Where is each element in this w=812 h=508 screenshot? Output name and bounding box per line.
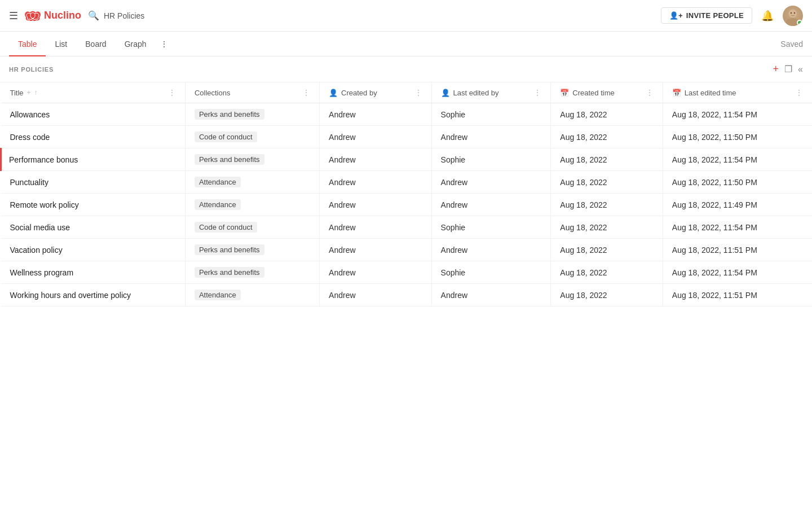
tab-list[interactable]: List bbox=[46, 32, 76, 56]
created-by-cell: Andrew bbox=[320, 171, 432, 194]
col-created-time-label: Created time bbox=[572, 89, 614, 97]
last-edited-by-cell: Andrew bbox=[431, 171, 551, 194]
last-edited-time-cell: Aug 18, 2022, 11:54 PM bbox=[663, 103, 812, 126]
main-table: Title + ↑ ⋮ Collections ⋮ 👤 Created bbox=[0, 82, 812, 306]
collection-tag[interactable]: Attendance bbox=[195, 290, 241, 300]
notifications-icon[interactable]: 🔔 bbox=[761, 10, 774, 22]
collection-tag[interactable]: Attendance bbox=[195, 177, 241, 187]
created-by-cell: Andrew bbox=[320, 239, 432, 261]
table-row[interactable]: PunctualityAttendanceAndrewAndrewAug 18,… bbox=[1, 171, 813, 194]
table-row[interactable]: Wellness programPerks and benefitsAndrew… bbox=[1, 261, 813, 284]
last-edited-by-col-menu-icon[interactable]: ⋮ bbox=[533, 88, 541, 97]
sort-title-icon[interactable]: ↑ bbox=[34, 89, 38, 97]
last-edited-by-cell: Sophie bbox=[431, 261, 551, 284]
table-row[interactable]: AllowancesPerks and benefitsAndrewSophie… bbox=[1, 103, 813, 126]
collection-cell: Attendance bbox=[185, 194, 319, 216]
created-time-cell: Aug 18, 2022 bbox=[551, 103, 663, 126]
collections-col-menu-icon[interactable]: ⋮ bbox=[302, 88, 310, 97]
collection-tag[interactable]: Attendance bbox=[195, 199, 241, 210]
menu-icon[interactable]: ☰ bbox=[9, 10, 18, 22]
table-header: Title + ↑ ⋮ Collections ⋮ 👤 Created bbox=[1, 82, 813, 103]
last-edited-time-cell: Aug 18, 2022, 11:51 PM bbox=[663, 284, 812, 306]
collection-cell: Code of conduct bbox=[185, 126, 319, 148]
page-title: HR Policies bbox=[104, 11, 144, 20]
title-cell: Social media use bbox=[1, 216, 186, 239]
tab-table[interactable]: Table bbox=[9, 32, 46, 56]
app-name: Nuclino bbox=[44, 10, 81, 21]
title-cell: Performance bonus bbox=[1, 148, 186, 171]
created-by-col-menu-icon[interactable]: ⋮ bbox=[414, 88, 422, 97]
navbar-right: 👤+ INVITE PEOPLE 🔔 bbox=[661, 6, 803, 26]
collapse-button[interactable]: « bbox=[798, 64, 803, 75]
table-container: Title + ↑ ⋮ Collections ⋮ 👤 Created bbox=[0, 82, 812, 306]
collection-cell: Perks and benefits bbox=[185, 103, 319, 126]
collection-tag[interactable]: Perks and benefits bbox=[195, 109, 264, 120]
collection-tag[interactable]: Perks and benefits bbox=[195, 267, 264, 278]
last-edited-time-cell: Aug 18, 2022, 11:54 PM bbox=[663, 216, 812, 239]
avatar[interactable] bbox=[783, 6, 803, 26]
collection-tag[interactable]: Perks and benefits bbox=[195, 154, 264, 165]
col-collections: Collections ⋮ bbox=[185, 82, 319, 103]
calendar-icon-created-time: 📅 bbox=[560, 89, 569, 97]
table-row[interactable]: Remote work policyAttendanceAndrewAndrew… bbox=[1, 194, 813, 216]
invite-person-icon: 👤+ bbox=[669, 11, 683, 20]
table-body: AllowancesPerks and benefitsAndrewSophie… bbox=[1, 103, 813, 306]
collection-cell: Attendance bbox=[185, 171, 319, 194]
tab-graph[interactable]: Graph bbox=[116, 32, 156, 56]
title-cell: Working hours and overtime policy bbox=[1, 284, 186, 306]
last-edited-time-cell: Aug 18, 2022, 11:54 PM bbox=[663, 261, 812, 284]
invite-people-button[interactable]: 👤+ INVITE PEOPLE bbox=[661, 7, 752, 24]
navbar: ☰ Nuclino 🔍 HR Policies 👤+ INVITE PEOPLE… bbox=[0, 0, 812, 32]
created-time-cell: Aug 18, 2022 bbox=[551, 194, 663, 216]
title-cell: Punctuality bbox=[1, 171, 186, 194]
add-row-button[interactable]: + bbox=[773, 63, 779, 75]
collection-cell: Perks and benefits bbox=[185, 148, 319, 171]
calendar-icon-last-edited-time: 📅 bbox=[672, 89, 681, 97]
last-edited-time-cell: Aug 18, 2022, 11:51 PM bbox=[663, 239, 812, 261]
last-edited-by-cell: Sophie bbox=[431, 216, 551, 239]
created-time-cell: Aug 18, 2022 bbox=[551, 148, 663, 171]
collection-tag[interactable]: Code of conduct bbox=[195, 132, 257, 142]
last-edited-time-cell: Aug 18, 2022, 11:50 PM bbox=[663, 171, 812, 194]
table-row[interactable]: Dress codeCode of conductAndrewAndrewAug… bbox=[1, 126, 813, 148]
invite-label: INVITE PEOPLE bbox=[686, 11, 744, 20]
created-by-cell: Andrew bbox=[320, 148, 432, 171]
collection-cell: Attendance bbox=[185, 284, 319, 306]
last-edited-time-cell: Aug 18, 2022, 11:54 PM bbox=[663, 148, 812, 171]
more-tabs-button[interactable]: ⋮ bbox=[156, 40, 173, 49]
table-row[interactable]: Vacation policyPerks and benefitsAndrewA… bbox=[1, 239, 813, 261]
minimize-button[interactable]: ❐ bbox=[784, 64, 792, 75]
created-time-cell: Aug 18, 2022 bbox=[551, 171, 663, 194]
tab-board[interactable]: Board bbox=[76, 32, 115, 56]
created-by-cell: Andrew bbox=[320, 103, 432, 126]
created-time-col-menu-icon[interactable]: ⋮ bbox=[646, 88, 654, 97]
saved-status: Saved bbox=[780, 40, 812, 49]
col-title: Title + ↑ ⋮ bbox=[1, 82, 186, 103]
section-header-actions: + ❐ « bbox=[773, 63, 803, 75]
col-last-edited-by: 👤 Last edited by ⋮ bbox=[431, 82, 551, 103]
table-row[interactable]: Working hours and overtime policyAttenda… bbox=[1, 284, 813, 306]
col-created-time: 📅 Created time ⋮ bbox=[551, 82, 663, 103]
col-last-edited-by-label: Last edited by bbox=[453, 89, 499, 97]
collection-cell: Perks and benefits bbox=[185, 261, 319, 284]
title-cell: Wellness program bbox=[1, 261, 186, 284]
table-row[interactable]: Performance bonusPerks and benefitsAndre… bbox=[1, 148, 813, 171]
person-icon-last-edited-by: 👤 bbox=[441, 89, 450, 97]
collection-tag[interactable]: Code of conduct bbox=[195, 222, 257, 233]
created-by-cell: Andrew bbox=[320, 216, 432, 239]
search-area[interactable]: 🔍 HR Policies bbox=[88, 10, 144, 21]
title-col-menu-icon[interactable]: ⋮ bbox=[168, 88, 176, 97]
logo-area[interactable]: Nuclino bbox=[25, 10, 81, 22]
svg-point-3 bbox=[791, 12, 792, 13]
collection-tag[interactable]: Perks and benefits bbox=[195, 244, 264, 255]
last-edited-time-col-menu-icon[interactable]: ⋮ bbox=[795, 88, 803, 97]
col-created-by-label: Created by bbox=[341, 89, 377, 97]
col-last-edited-time-label: Last edited time bbox=[685, 89, 736, 97]
add-column-icon[interactable]: + bbox=[27, 89, 31, 97]
section-header: HR POLICIES + ❐ « bbox=[0, 56, 812, 82]
navbar-left: ☰ Nuclino 🔍 HR Policies bbox=[9, 10, 661, 22]
title-cell: Dress code bbox=[1, 126, 186, 148]
table-row[interactable]: Social media useCode of conductAndrewSop… bbox=[1, 216, 813, 239]
last-edited-by-cell: Sophie bbox=[431, 103, 551, 126]
last-edited-by-cell: Andrew bbox=[431, 284, 551, 306]
